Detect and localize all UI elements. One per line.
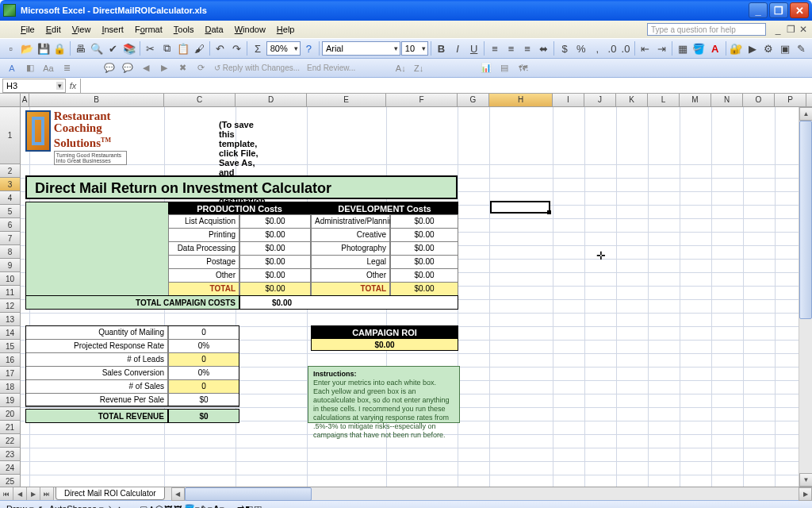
select-all-corner[interactable] bbox=[0, 94, 21, 106]
sort-desc-icon[interactable]: Z↓ bbox=[410, 60, 427, 76]
show-comment-icon[interactable]: 💬 bbox=[119, 60, 136, 76]
col-header-A[interactable]: A bbox=[21, 94, 29, 106]
row-header-16[interactable]: 16 bbox=[0, 353, 21, 367]
arrow-icon[interactable]: ↘ bbox=[117, 504, 124, 508]
select-objects-icon[interactable]: ↖ bbox=[38, 504, 45, 508]
prod-row-value[interactable]: $0.00 bbox=[239, 268, 311, 283]
3d-icon[interactable]: ◫ bbox=[254, 504, 262, 508]
row-header-3[interactable]: 3 bbox=[0, 178, 21, 191]
align-left-icon[interactable]: ≡ bbox=[487, 40, 503, 57]
window-minimize-button[interactable]: _ bbox=[749, 2, 768, 18]
shadow-icon[interactable]: ◧ bbox=[21, 60, 39, 76]
row-header-19[interactable]: 19 bbox=[0, 394, 21, 407]
end-review-button[interactable]: End Review... bbox=[304, 64, 358, 72]
menu-view[interactable]: View bbox=[67, 23, 96, 36]
horizontal-scrollbar[interactable]: ◀ ▶ bbox=[171, 487, 812, 500]
line-icon[interactable]: ＼ bbox=[108, 503, 117, 508]
formula-bar[interactable] bbox=[80, 79, 812, 93]
mdi-close-button[interactable]: ✕ bbox=[798, 24, 809, 35]
menu-tools[interactable]: Tools bbox=[169, 23, 199, 36]
next-comment-icon[interactable]: ▶ bbox=[155, 60, 173, 76]
format-painter-icon[interactable]: 🖌 bbox=[192, 40, 208, 57]
row-header-17[interactable]: 17 bbox=[0, 367, 21, 380]
name-box[interactable]: H3 bbox=[2, 79, 66, 93]
row-header-18[interactable]: 18 bbox=[0, 380, 21, 394]
borders-icon[interactable]: ▦ bbox=[675, 40, 691, 57]
security-icon[interactable]: 🔐 bbox=[728, 40, 744, 57]
font-name-combo[interactable]: Arial bbox=[322, 41, 400, 56]
menu-help[interactable]: Help bbox=[272, 23, 300, 36]
col-header-B[interactable]: B bbox=[29, 94, 164, 106]
row-header-8[interactable]: 8 bbox=[0, 245, 21, 259]
dev-row-value[interactable]: $0.00 bbox=[390, 241, 458, 256]
sheet-tab-active[interactable]: Direct Mail ROI Calculator bbox=[56, 487, 165, 500]
align-center-icon[interactable]: ≡ bbox=[504, 40, 519, 57]
dev-row-value[interactable]: $0.00 bbox=[390, 255, 458, 269]
wordart-icon[interactable]: A bbox=[3, 60, 21, 76]
shadow-draw-icon[interactable]: ◧ bbox=[245, 504, 253, 508]
text-icon[interactable]: Aa bbox=[40, 60, 57, 76]
dash-style-icon[interactable]: ┅ bbox=[231, 504, 236, 508]
col-header-J[interactable]: J bbox=[584, 94, 616, 106]
row-header-21[interactable]: 21 bbox=[0, 421, 21, 434]
col-header-P[interactable]: P bbox=[775, 94, 806, 106]
row-header-7[interactable]: 7 bbox=[0, 232, 21, 245]
macro-icon[interactable]: ▶ bbox=[745, 40, 760, 57]
col-header-L[interactable]: L bbox=[648, 94, 680, 106]
metric-value[interactable]: 0 bbox=[168, 379, 239, 394]
map-icon[interactable]: 🗺 bbox=[514, 60, 531, 76]
percent-icon[interactable]: % bbox=[573, 40, 589, 57]
oval-icon[interactable]: ○ bbox=[134, 505, 140, 509]
col-header-M[interactable]: M bbox=[680, 94, 711, 106]
tab-last-button[interactable]: ⏭ bbox=[40, 487, 54, 500]
increase-indent-icon[interactable]: ⇥ bbox=[653, 40, 669, 57]
dev-row-value[interactable]: $0.00 bbox=[390, 214, 458, 229]
research-icon[interactable]: 📚 bbox=[122, 40, 138, 57]
textbox-icon[interactable]: ▢ bbox=[140, 504, 147, 508]
metric-value[interactable]: 0 bbox=[168, 325, 239, 340]
chart-icon[interactable]: 📊 bbox=[477, 60, 495, 76]
font-color-draw-icon[interactable]: A▾ bbox=[213, 504, 224, 508]
rectangle-icon[interactable]: ▭ bbox=[125, 504, 133, 508]
scroll-thumb-vertical[interactable] bbox=[799, 121, 812, 319]
row-header-20[interactable]: 20 bbox=[0, 407, 21, 421]
merge-icon[interactable]: ⬌ bbox=[536, 40, 552, 57]
open-icon[interactable]: 📂 bbox=[20, 40, 36, 57]
line-color-icon[interactable]: ✎▾ bbox=[201, 504, 213, 508]
metric-value[interactable]: $0 bbox=[168, 393, 239, 407]
save-icon[interactable]: 💾 bbox=[36, 40, 52, 57]
row-header-15[interactable]: 15 bbox=[0, 340, 21, 353]
tab-prev-button[interactable]: ◀ bbox=[13, 487, 27, 500]
pivot-icon[interactable]: ▤ bbox=[496, 60, 513, 76]
decrease-decimal-icon[interactable]: .0 bbox=[619, 40, 632, 57]
col-header-G[interactable]: G bbox=[458, 94, 489, 106]
decrease-indent-icon[interactable]: ⇤ bbox=[638, 40, 653, 57]
prod-row-value[interactable]: $0.00 bbox=[239, 228, 311, 242]
scroll-left-button[interactable]: ◀ bbox=[171, 487, 185, 501]
col-header-N[interactable]: N bbox=[711, 94, 743, 106]
mdi-minimize-button[interactable]: _ bbox=[772, 24, 783, 35]
comma-icon[interactable]: , bbox=[589, 40, 605, 57]
col-header-C[interactable]: C bbox=[164, 94, 236, 106]
arrow-style-icon[interactable]: ⇄ bbox=[237, 504, 244, 508]
col-header-H[interactable]: H bbox=[489, 94, 553, 106]
row-header-14[interactable]: 14 bbox=[0, 326, 21, 340]
prod-row-value[interactable]: $0.00 bbox=[239, 214, 311, 229]
scroll-up-button[interactable]: ▲ bbox=[799, 107, 812, 121]
window-close-button[interactable]: ✕ bbox=[790, 2, 809, 18]
wordart-draw-icon[interactable]: A bbox=[148, 505, 154, 509]
vertical-scrollbar[interactable]: ▲ ▼ bbox=[799, 107, 812, 487]
row-header-11[interactable]: 11 bbox=[0, 286, 21, 299]
print-preview-icon[interactable]: 🔍 bbox=[90, 40, 105, 57]
row-header-10[interactable]: 10 bbox=[0, 272, 21, 286]
controls-icon[interactable]: ▣ bbox=[777, 40, 793, 57]
row-header-4[interactable]: 4 bbox=[0, 191, 21, 205]
tab-first-button[interactable]: ⏮ bbox=[0, 487, 13, 500]
undo-icon[interactable]: ↶ bbox=[213, 40, 228, 57]
increase-decimal-icon[interactable]: .0 bbox=[606, 40, 619, 57]
help-search-input[interactable]: Type a question for help bbox=[647, 23, 766, 36]
row-header-22[interactable]: 22 bbox=[0, 434, 21, 448]
align-right-icon[interactable]: ≡ bbox=[519, 40, 535, 57]
col-header-F[interactable]: F bbox=[386, 94, 458, 106]
metric-value[interactable]: 0% bbox=[168, 339, 239, 353]
